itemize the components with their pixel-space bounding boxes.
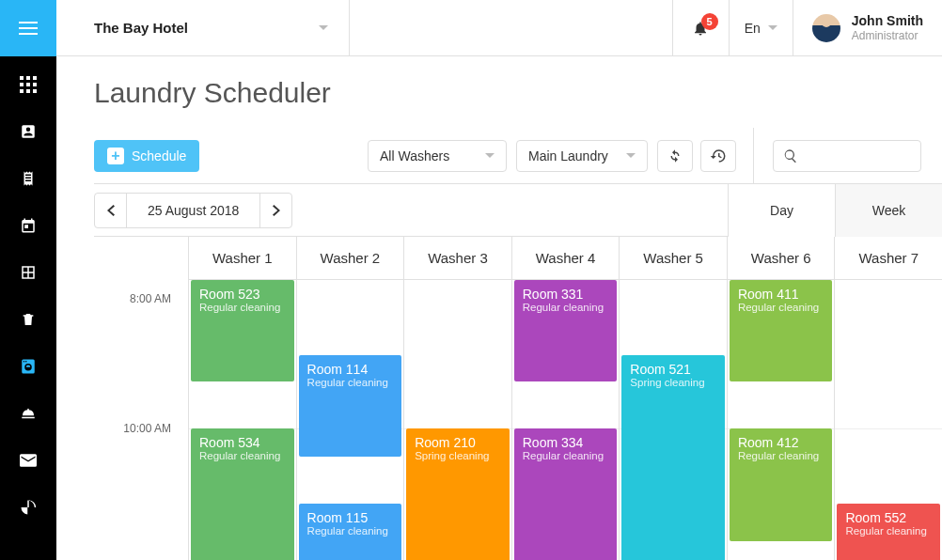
schedule-event[interactable]: Room 210Spring cleaning (406, 428, 510, 560)
user-menu[interactable]: John Smith Administrator (793, 0, 942, 56)
date-navigator: 25 August 2018 (94, 193, 292, 228)
scheduler-grid: Room 523Regular cleaningRoom 534Regular … (188, 280, 942, 560)
svg-rect-10 (26, 89, 30, 93)
topbar: The Bay Hotel 5 En John Smith Administra… (56, 0, 942, 56)
caret-down-icon (768, 25, 777, 30)
search-input[interactable] (773, 140, 921, 172)
chevron-left-icon (107, 205, 115, 216)
tab-day[interactable]: Day (728, 183, 835, 237)
caret-down-icon (485, 153, 495, 158)
sidebar-item-apps[interactable] (17, 73, 39, 96)
schedule-event[interactable]: Room 411Regular cleaning (730, 280, 833, 381)
event-subtitle: Regular cleaning (845, 525, 932, 537)
scheduler: Washer 1Washer 2Washer 3Washer 4Washer 5… (56, 237, 942, 560)
calendar-icon (20, 217, 37, 234)
event-subtitle: Regular cleaning (523, 302, 609, 313)
schedule-event[interactable]: Room 115Regular cleaning (299, 504, 402, 560)
time-label: 10:00 AM (123, 422, 171, 435)
language-selector[interactable]: En (729, 0, 793, 56)
event-room: Room 115 (307, 510, 394, 525)
refresh-button[interactable] (657, 140, 693, 172)
column-header: Washer 2 (296, 237, 404, 279)
sidebar-item-receipt[interactable] (17, 167, 39, 190)
schedule-event[interactable]: Room 334Regular cleaning (514, 428, 618, 560)
contact-icon (20, 123, 37, 140)
schedule-event[interactable]: Room 331Regular cleaning (514, 280, 618, 381)
view-tabs: Day Week (728, 184, 942, 237)
scheduler-column: Room 521Spring cleaning (619, 280, 727, 560)
schedule-event[interactable]: Room 534Regular cleaning (191, 428, 294, 560)
divider (753, 128, 754, 184)
caret-down-icon (319, 25, 328, 30)
sidebar-item-service[interactable] (17, 402, 39, 425)
svg-rect-7 (26, 83, 30, 86)
hotel-selector[interactable]: The Bay Hotel (56, 0, 350, 56)
caret-down-icon (626, 153, 636, 158)
svg-rect-2 (19, 33, 38, 35)
event-room: Room 523 (199, 287, 286, 302)
washer-filter-select[interactable]: All Washers (368, 140, 507, 172)
next-day-button[interactable] (259, 194, 291, 227)
event-subtitle: Spring cleaning (630, 377, 716, 388)
svg-rect-6 (20, 83, 24, 86)
toolbar: + Schedule All Washers Main Laundry (94, 128, 942, 184)
schedule-event[interactable]: Room 552Regular cleaning (837, 504, 940, 560)
schedule-label: Schedule (132, 148, 186, 163)
event-room: Room 412 (738, 435, 824, 450)
column-header: Washer 7 (834, 237, 942, 279)
menu-toggle-button[interactable] (0, 0, 56, 56)
location-filter-value: Main Laundry (528, 148, 608, 163)
location-filter-select[interactable]: Main Laundry (516, 140, 648, 172)
scheduler-column: Room 210Spring cleaning (403, 280, 511, 560)
notifications-button[interactable]: 5 (672, 0, 729, 56)
pie-chart-icon (20, 499, 37, 516)
laundry-icon (20, 358, 37, 375)
service-bell-icon (20, 405, 37, 422)
event-subtitle: Regular cleaning (307, 377, 394, 388)
history-button[interactable] (700, 140, 736, 172)
event-subtitle: Regular cleaning (199, 302, 286, 313)
language-label: En (745, 21, 761, 36)
schedule-event[interactable]: Room 114Regular cleaning (299, 355, 402, 457)
sidebar-item-mail[interactable] (17, 449, 39, 472)
chevron-right-icon (273, 205, 280, 216)
content: Laundry Scheduler + Schedule All Washers… (56, 56, 942, 560)
svg-rect-5 (33, 76, 37, 80)
sidebar-item-delete[interactable] (17, 308, 39, 331)
hotel-name: The Bay Hotel (94, 20, 188, 36)
schedule-event[interactable]: Room 523Regular cleaning (191, 280, 294, 381)
grid-icon (20, 264, 37, 281)
prev-day-button[interactable] (95, 194, 127, 227)
sidebar-item-calendar[interactable] (17, 214, 39, 237)
event-room: Room 534 (199, 435, 286, 450)
event-subtitle: Regular cleaning (738, 302, 824, 313)
column-header: Washer 4 (511, 237, 620, 279)
sidebar-item-rooms[interactable] (17, 261, 39, 284)
svg-rect-1 (19, 27, 38, 29)
sidebar-nav (0, 56, 56, 519)
event-subtitle: Regular cleaning (738, 450, 824, 461)
date-row: 25 August 2018 Day Week (94, 184, 942, 237)
schedule-event[interactable]: Room 412Regular cleaning (730, 428, 833, 541)
history-icon (710, 148, 727, 164)
column-header: Washer 3 (403, 237, 511, 279)
user-name: John Smith (852, 13, 923, 29)
column-headers: Washer 1Washer 2Washer 3Washer 4Washer 5… (188, 237, 942, 280)
avatar (812, 14, 840, 42)
current-date: 25 August 2018 (127, 203, 259, 218)
svg-rect-8 (33, 83, 37, 86)
svg-rect-4 (26, 76, 30, 80)
mail-icon (20, 454, 37, 467)
sidebar-item-reports[interactable] (17, 496, 39, 519)
notification-badge: 5 (701, 13, 718, 30)
sidebar-item-contacts[interactable] (17, 120, 39, 143)
column-header: Washer 5 (619, 237, 727, 279)
page-title: Laundry Scheduler (56, 56, 942, 109)
tab-week[interactable]: Week (835, 183, 942, 237)
event-room: Room 411 (738, 287, 824, 302)
schedule-button[interactable]: + Schedule (94, 140, 199, 172)
search-icon (783, 148, 798, 163)
sidebar-item-laundry[interactable] (17, 355, 39, 378)
schedule-event[interactable]: Room 521Spring cleaning (621, 355, 725, 560)
scheduler-column: Room 411Regular cleaningRoom 412Regular … (727, 280, 835, 560)
